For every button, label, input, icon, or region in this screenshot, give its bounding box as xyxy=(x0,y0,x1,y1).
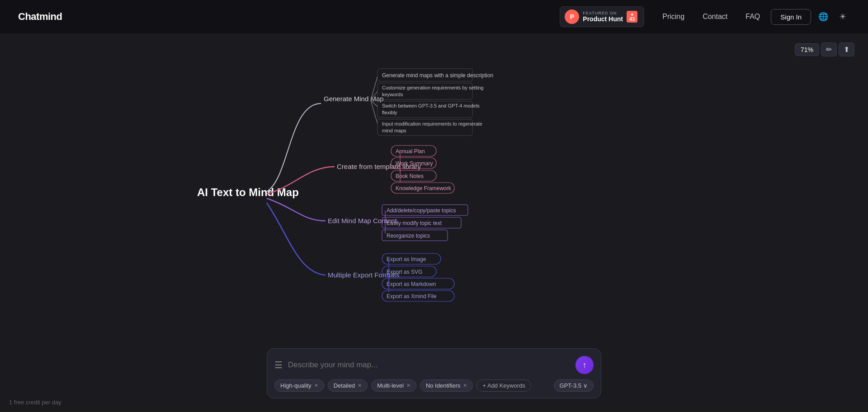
svg-text:Export as SVG: Export as SVG xyxy=(387,269,422,275)
tag-detailed-remove[interactable]: ✕ xyxy=(358,383,362,389)
logo: Chatmind xyxy=(18,11,62,23)
svg-text:Reorganize topics: Reorganize topics xyxy=(387,233,430,239)
tag-no-identifiers[interactable]: No Identifiers ✕ xyxy=(420,379,473,392)
faq-link[interactable]: FAQ xyxy=(738,9,767,24)
svg-text:Work Summary: Work Summary xyxy=(396,160,433,167)
tag-multilevel-remove[interactable]: ✕ xyxy=(406,383,410,389)
svg-text:Customize generation requireme: Customize generation requirements by set… xyxy=(382,85,483,90)
product-hunt-badge[interactable]: P FEATURED ON Product Hunt ▲ 43 xyxy=(560,6,644,27)
svg-text:keywords: keywords xyxy=(382,92,403,97)
svg-text:Knowledge Framework: Knowledge Framework xyxy=(396,185,452,192)
tag-high-quality-remove[interactable]: ✕ xyxy=(314,383,318,389)
svg-text:Switch between GPT-3.5 and GPT: Switch between GPT-3.5 and GPT-4 models xyxy=(382,103,480,108)
globe-icon[interactable]: 🌐 xyxy=(815,8,832,25)
svg-text:Generate mind maps with a simp: Generate mind maps with a simple descrip… xyxy=(382,72,493,79)
svg-text:Add/delete/copy/paste topics: Add/delete/copy/paste topics xyxy=(387,207,456,214)
svg-text:Export as Xmind File: Export as Xmind File xyxy=(387,293,437,300)
product-hunt-count: ▲ 43 xyxy=(627,11,637,23)
edit-icon-btn[interactable]: ✏ xyxy=(821,42,837,56)
tag-row: High-quality ✕ Detailed ✕ Multi-level ✕ … xyxy=(267,379,601,398)
chevron-down-icon: ∨ xyxy=(583,382,588,389)
mind-map-input[interactable] xyxy=(288,360,570,370)
svg-text:Export as Markdown: Export as Markdown xyxy=(387,281,436,287)
svg-text:Book Notes: Book Notes xyxy=(396,173,424,179)
svg-text:mind maps: mind maps xyxy=(382,128,406,133)
add-keywords-button[interactable]: + Add Keywords xyxy=(476,379,531,392)
input-area: ☰ ↑ High-quality ✕ Detailed ✕ Multi-leve… xyxy=(267,348,601,398)
model-selector[interactable]: GPT-3.5 ∨ xyxy=(554,379,594,392)
zoom-controls: 71% ✏ ⬆ xyxy=(795,42,854,56)
svg-text:Annual Plan: Annual Plan xyxy=(396,148,425,154)
send-button[interactable]: ↑ xyxy=(576,356,594,374)
tag-detailed[interactable]: Detailed ✕ xyxy=(328,379,368,392)
contact-link[interactable]: Contact xyxy=(695,9,735,24)
input-document-icon: ☰ xyxy=(274,360,283,370)
tag-no-identifiers-remove[interactable]: ✕ xyxy=(463,383,467,389)
send-arrow-icon: ↑ xyxy=(583,360,587,370)
product-hunt-logo: P xyxy=(565,9,579,24)
branch-generate-label: Generate Mind Map xyxy=(324,95,384,103)
svg-text:Easily modify topic text: Easily modify topic text xyxy=(387,220,442,226)
zoom-level: 71% xyxy=(795,43,819,56)
svg-text:Export as Image: Export as Image xyxy=(387,256,426,262)
tag-high-quality[interactable]: High-quality ✕ xyxy=(274,379,324,392)
free-credit-label: 1 free credit per day xyxy=(9,399,61,406)
svg-text:Input modification requirement: Input modification requirements to regen… xyxy=(382,121,482,126)
pricing-link[interactable]: Pricing xyxy=(655,9,692,24)
canvas-area[interactable]: 71% ✏ ⬆ AI Text to Mind Map Generate Min… xyxy=(0,33,868,412)
tag-multilevel[interactable]: Multi-level ✕ xyxy=(371,379,416,392)
product-hunt-text: FEATURED ON Product Hunt xyxy=(583,11,623,23)
signin-button[interactable]: Sign In xyxy=(771,9,811,25)
theme-toggle-icon[interactable]: ☀ xyxy=(835,8,850,25)
svg-text:flexibly: flexibly xyxy=(382,110,397,115)
export-icon-btn[interactable]: ⬆ xyxy=(839,42,854,56)
